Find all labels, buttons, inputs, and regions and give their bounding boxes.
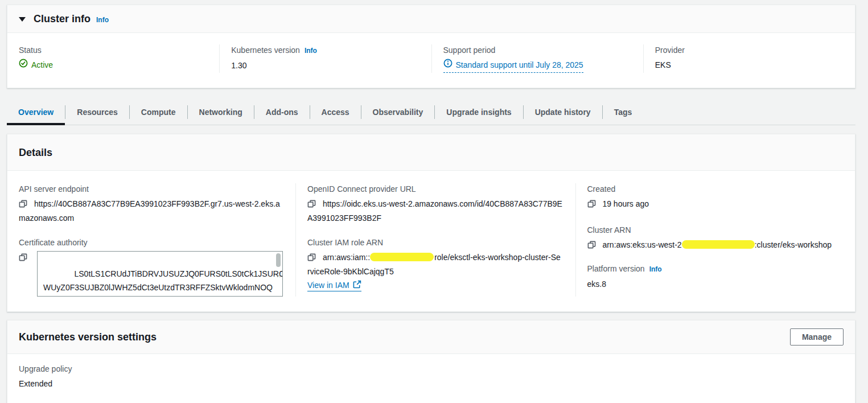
- certificate-authority-textarea[interactable]: LS0tLS1CRUdJTiBDRVJUSUZJQ0FURS0tLS0tCk1J…: [37, 251, 283, 297]
- platform-version-field: Platform versionInfo eks.8: [587, 263, 843, 290]
- upgrade-policy-label: Upgrade policy: [19, 363, 844, 375]
- kubernetes-version-settings-body: Upgrade policy Extended: [7, 354, 855, 403]
- eks-cluster-overview-page: Cluster info Info Status Active Kubernet…: [7, 0, 855, 403]
- cluster-iam-role-arn-value: arn:aws:iam::role/eksctl-eks-workshop-cl…: [307, 251, 563, 278]
- kubernetes-version-label: Kubernetes versionInfo: [231, 44, 418, 56]
- copy-icon[interactable]: [19, 253, 27, 264]
- provider-label: Provider: [655, 44, 842, 56]
- kubernetes-version-settings-title: Kubernetes version settings: [19, 331, 157, 343]
- details-column-3: Created 19 hours ago Cluster ARN arn:aws…: [575, 183, 855, 297]
- details-column-2: OpenID Connect provider URL https://oidc…: [295, 183, 575, 297]
- kubernetes-version-value: 1.30: [231, 59, 418, 72]
- tab-compute[interactable]: Compute: [130, 100, 187, 125]
- cluster-tabs: Overview Resources Compute Networking Ad…: [7, 100, 855, 125]
- copy-icon[interactable]: [307, 254, 318, 264]
- status-text: Active: [31, 59, 53, 71]
- support-period-popover-link[interactable]: Standard support until July 28, 2025: [443, 59, 583, 73]
- status-label: Status: [19, 44, 207, 56]
- created-field: Created 19 hours ago: [587, 183, 843, 212]
- certificate-authority-label: Certificate authority: [19, 237, 283, 248]
- cluster-info-info-link[interactable]: Info: [96, 16, 109, 24]
- created-label: Created: [587, 183, 843, 195]
- platform-version-info-link[interactable]: Info: [649, 265, 662, 273]
- cluster-arn-value: arn:aws:eks:us-west-2:cluster/eks-worksh…: [587, 238, 843, 253]
- platform-version-label: Platform versionInfo: [587, 263, 843, 275]
- details-column-1: API server endpoint https://40CB887A83C7…: [7, 183, 295, 297]
- created-value: 19 hours ago: [587, 198, 843, 212]
- copy-icon[interactable]: [587, 242, 598, 251]
- cluster-arn-field: Cluster ARN arn:aws:eks:us-west-2:cluste…: [587, 224, 843, 253]
- upgrade-policy-value: Extended: [19, 377, 844, 390]
- certificate-authority-field: Certificate authority LS0tLS1CRUdJTiBDRV…: [19, 237, 283, 297]
- manage-button[interactable]: Manage: [790, 328, 844, 346]
- external-link-icon: [353, 280, 361, 290]
- api-server-endpoint-label: API server endpoint: [19, 183, 283, 195]
- tab-overview[interactable]: Overview: [7, 100, 65, 125]
- cluster-arn-label: Cluster ARN: [587, 224, 843, 236]
- status-column: Status Active: [7, 44, 219, 73]
- kubernetes-version-info-link[interactable]: Info: [305, 47, 317, 55]
- cluster-info-header: Cluster info Info: [7, 5, 855, 33]
- support-period-label: Support period: [443, 44, 631, 56]
- tab-access[interactable]: Access: [310, 100, 361, 125]
- cluster-iam-role-arn-field: Cluster IAM role ARN arn:aws:iam::role/e…: [307, 237, 563, 291]
- resize-handle-icon[interactable]: [241, 254, 282, 295]
- provider-value: EKS: [655, 59, 842, 71]
- openid-connect-url-field: OpenID Connect provider URL https://oidc…: [307, 183, 563, 224]
- redacted-account-id: [682, 240, 755, 249]
- view-in-iam-link[interactable]: View in IAM: [307, 280, 361, 291]
- tab-resources[interactable]: Resources: [65, 100, 129, 125]
- openid-connect-url-value: https://oidc.eks.us-west-2.amazonaws.com…: [307, 198, 563, 224]
- copy-icon[interactable]: [19, 201, 30, 210]
- cluster-info-title: Cluster info: [34, 13, 90, 25]
- status-value: Active: [19, 59, 207, 71]
- support-period-value: Standard support until July 28, 2025: [443, 59, 631, 73]
- tab-tags[interactable]: Tags: [603, 100, 644, 125]
- api-server-endpoint-field: API server endpoint https://40CB887A83C7…: [19, 183, 283, 224]
- tab-observability[interactable]: Observability: [361, 100, 435, 125]
- provider-column: Provider EKS: [643, 44, 855, 73]
- info-circle-icon: [443, 59, 452, 71]
- details-title: Details: [19, 147, 52, 159]
- check-circle-icon: [19, 59, 28, 71]
- details-body: API server endpoint https://40CB887A83C7…: [7, 171, 855, 311]
- support-period-column: Support period Standard support until Ju…: [431, 44, 643, 73]
- api-server-endpoint-value: https://40CB887A83C77B9EA3991023FF993B2F…: [19, 198, 283, 224]
- tab-networking[interactable]: Networking: [188, 100, 254, 125]
- redacted-account-id: [370, 253, 434, 261]
- tab-upgrade-insights[interactable]: Upgrade insights: [435, 100, 523, 125]
- cluster-iam-role-arn-label: Cluster IAM role ARN: [307, 237, 563, 248]
- copy-icon[interactable]: [587, 201, 598, 210]
- kubernetes-version-settings-card: Kubernetes version settings Manage Upgra…: [7, 320, 855, 403]
- collapse-caret-icon[interactable]: [19, 17, 26, 22]
- kubernetes-version-column: Kubernetes versionInfo 1.30: [219, 44, 431, 73]
- cluster-info-card: Cluster info Info Status Active Kubernet…: [7, 5, 855, 88]
- copy-icon[interactable]: [307, 201, 318, 210]
- tab-update-history[interactable]: Update history: [524, 100, 602, 125]
- cluster-info-summary: Status Active Kubernetes versionInfo 1.3…: [7, 33, 855, 88]
- details-card: Details API server endpoint https://40CB…: [7, 134, 855, 312]
- tab-add-ons[interactable]: Add-ons: [254, 100, 310, 125]
- openid-connect-url-label: OpenID Connect provider URL: [307, 183, 563, 195]
- details-header: Details: [7, 134, 855, 171]
- platform-version-value: eks.8: [587, 278, 843, 290]
- kubernetes-version-settings-header: Kubernetes version settings Manage: [7, 320, 855, 354]
